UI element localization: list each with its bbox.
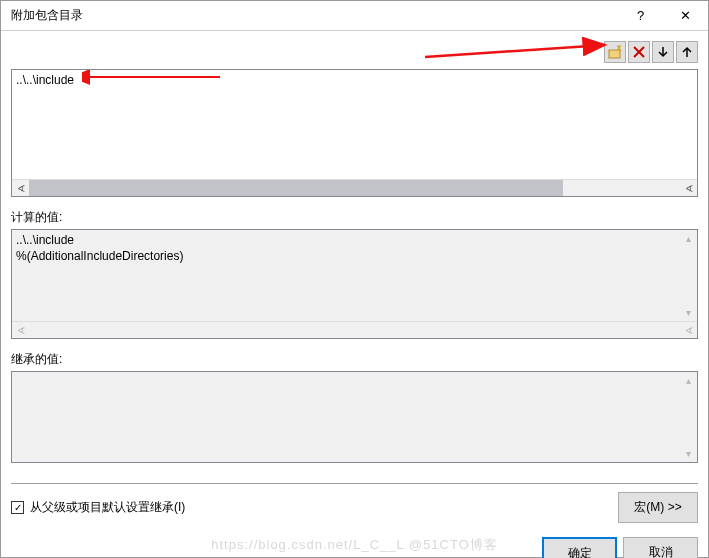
list-item[interactable]: ..\..\include	[16, 72, 693, 88]
scroll-left-button[interactable]: ∢	[12, 180, 29, 197]
vertical-scrollbar: ▴ ▾	[680, 372, 697, 462]
inherited-inner	[12, 372, 680, 462]
entries-inner: ..\..\include	[12, 70, 697, 179]
new-folder-icon	[608, 45, 622, 59]
computed-line: %(AdditionalIncludeDirectories)	[16, 248, 676, 264]
vertical-scrollbar: ▴ ▾	[680, 230, 697, 321]
delete-button[interactable]	[628, 41, 650, 63]
delete-x-icon	[633, 46, 645, 58]
scroll-up-button: ▴	[680, 230, 697, 247]
svg-rect-0	[609, 50, 620, 58]
scroll-down-button: ▾	[680, 445, 697, 462]
scroll-right-button: ∢	[680, 322, 697, 339]
inherit-checkbox[interactable]: ✓	[11, 501, 24, 514]
horizontal-scrollbar: ∢ ∢	[12, 321, 697, 338]
inherited-label: 继承的值:	[11, 351, 698, 368]
cancel-button[interactable]: 取消	[623, 537, 698, 558]
close-button[interactable]: ✕	[663, 1, 708, 31]
inherit-row: ✓ 从父级或项目默认设置继承(I) 宏(M) >>	[11, 492, 698, 523]
computed-values-box: ..\..\include %(AdditionalIncludeDirecto…	[11, 229, 698, 339]
new-line-button[interactable]	[604, 41, 626, 63]
move-down-button[interactable]	[652, 41, 674, 63]
dialog-buttons: 确定 取消	[11, 537, 698, 558]
scroll-track	[29, 322, 680, 338]
scroll-right-button[interactable]: ∢	[680, 180, 697, 197]
separator	[11, 483, 698, 484]
property-dialog: 附加包含目录 ? ✕	[0, 0, 709, 558]
dialog-content: ..\..\include ∢ ∢ 计算的值: ..\..\include %(…	[1, 31, 708, 558]
computed-line: ..\..\include	[16, 232, 676, 248]
inherit-checkbox-label: 从父级或项目默认设置继承(I)	[30, 499, 185, 516]
titlebar: 附加包含目录 ? ✕	[1, 1, 708, 31]
scroll-up-button: ▴	[680, 372, 697, 389]
svg-marker-1	[617, 46, 621, 50]
arrow-up-icon	[681, 46, 693, 58]
scroll-track[interactable]	[29, 180, 680, 196]
computed-inner: ..\..\include %(AdditionalIncludeDirecto…	[12, 230, 680, 321]
computed-label: 计算的值:	[11, 209, 698, 226]
inherit-checkbox-wrap[interactable]: ✓ 从父级或项目默认设置继承(I)	[11, 499, 618, 516]
scroll-thumb[interactable]	[29, 180, 563, 196]
help-button[interactable]: ?	[618, 1, 663, 31]
ok-button[interactable]: 确定	[542, 537, 617, 558]
toolbar	[11, 41, 698, 63]
horizontal-scrollbar[interactable]: ∢ ∢	[12, 179, 697, 196]
arrow-down-icon	[657, 46, 669, 58]
inherited-values-box: ▴ ▾	[11, 371, 698, 463]
dialog-title: 附加包含目录	[11, 7, 618, 24]
entries-listbox[interactable]: ..\..\include ∢ ∢	[11, 69, 698, 197]
macro-button[interactable]: 宏(M) >>	[618, 492, 698, 523]
scroll-left-button: ∢	[12, 322, 29, 339]
move-up-button[interactable]	[676, 41, 698, 63]
scroll-down-button: ▾	[680, 304, 697, 321]
